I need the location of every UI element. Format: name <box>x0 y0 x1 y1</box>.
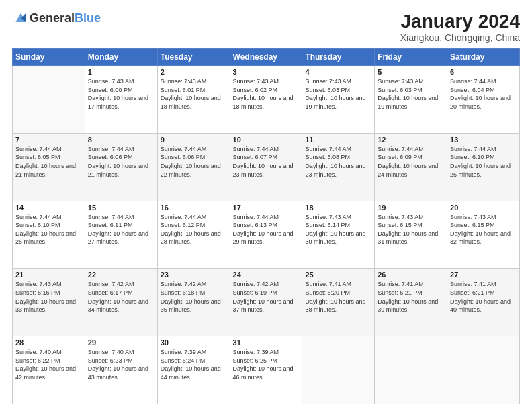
calendar-cell: 4Sunrise: 7:43 AMSunset: 6:03 PMDaylight… <box>302 66 375 134</box>
calendar-body: 1Sunrise: 7:43 AMSunset: 6:00 PMDaylight… <box>13 66 520 404</box>
col-wednesday: Wednesday <box>230 49 302 66</box>
day-info: Sunrise: 7:40 AMSunset: 6:22 PMDaylight:… <box>15 348 82 381</box>
day-info: Sunrise: 7:44 AMSunset: 6:06 PMDaylight:… <box>161 145 227 179</box>
calendar-week-row: 21Sunrise: 7:43 AMSunset: 6:16 PMDayligh… <box>13 269 520 336</box>
day-number: 20 <box>450 203 517 212</box>
day-info: Sunrise: 7:43 AMSunset: 6:00 PMDaylight:… <box>88 77 154 111</box>
calendar-cell: 1Sunrise: 7:43 AMSunset: 6:00 PMDaylight… <box>85 66 157 134</box>
day-number: 10 <box>233 136 300 144</box>
calendar-table: Sunday Monday Tuesday Wednesday Thursday… <box>12 48 520 404</box>
day-number: 4 <box>305 68 371 76</box>
calendar-cell: 2Sunrise: 7:43 AMSunset: 6:01 PMDaylight… <box>157 66 230 134</box>
day-number: 13 <box>450 136 517 144</box>
day-info: Sunrise: 7:43 AMSunset: 6:03 PMDaylight:… <box>305 77 371 111</box>
day-info: Sunrise: 7:44 AMSunset: 6:06 PMDaylight:… <box>88 145 154 179</box>
calendar-cell: 29Sunrise: 7:40 AMSunset: 6:23 PMDayligh… <box>85 336 157 404</box>
title-area: January 2024 Xiangkou, Chongqing, China <box>400 11 520 43</box>
day-number: 29 <box>88 338 154 347</box>
day-info: Sunrise: 7:41 AMSunset: 6:21 PMDaylight:… <box>378 280 444 314</box>
day-info: Sunrise: 7:43 AMSunset: 6:16 PMDaylight:… <box>15 280 82 314</box>
calendar-cell: 30Sunrise: 7:39 AMSunset: 6:24 PMDayligh… <box>157 336 230 404</box>
calendar-cell: 6Sunrise: 7:44 AMSunset: 6:04 PMDaylight… <box>447 66 520 134</box>
day-info: Sunrise: 7:44 AMSunset: 6:09 PMDaylight:… <box>378 145 444 179</box>
calendar-cell: 28Sunrise: 7:40 AMSunset: 6:22 PMDayligh… <box>13 336 85 404</box>
day-info: Sunrise: 7:43 AMSunset: 6:01 PMDaylight:… <box>161 77 227 111</box>
day-info: Sunrise: 7:43 AMSunset: 6:02 PMDaylight:… <box>233 77 300 111</box>
logo: GeneralBlue <box>12 11 101 26</box>
day-info: Sunrise: 7:42 AMSunset: 6:17 PMDaylight:… <box>88 280 154 314</box>
day-info: Sunrise: 7:41 AMSunset: 6:20 PMDaylight:… <box>305 280 371 314</box>
day-info: Sunrise: 7:43 AMSunset: 6:14 PMDaylight:… <box>305 213 371 246</box>
day-info: Sunrise: 7:44 AMSunset: 6:10 PMDaylight:… <box>450 145 517 179</box>
day-info: Sunrise: 7:44 AMSunset: 6:13 PMDaylight:… <box>233 213 300 246</box>
calendar-cell: 8Sunrise: 7:44 AMSunset: 6:06 PMDaylight… <box>85 133 157 201</box>
col-friday: Friday <box>375 49 447 66</box>
col-monday: Monday <box>85 49 157 66</box>
col-thursday: Thursday <box>302 49 375 66</box>
day-number: 17 <box>233 203 300 212</box>
day-info: Sunrise: 7:39 AMSunset: 6:24 PMDaylight:… <box>161 348 227 381</box>
calendar-cell: 15Sunrise: 7:44 AMSunset: 6:11 PMDayligh… <box>85 201 157 269</box>
calendar-cell: 26Sunrise: 7:41 AMSunset: 6:21 PMDayligh… <box>375 269 447 336</box>
day-number: 16 <box>161 203 227 212</box>
calendar-cell: 22Sunrise: 7:42 AMSunset: 6:17 PMDayligh… <box>85 269 157 336</box>
calendar-cell: 24Sunrise: 7:42 AMSunset: 6:19 PMDayligh… <box>230 269 302 336</box>
day-number: 12 <box>378 136 444 144</box>
calendar-header: Sunday Monday Tuesday Wednesday Thursday… <box>13 49 520 66</box>
calendar-cell: 13Sunrise: 7:44 AMSunset: 6:10 PMDayligh… <box>447 133 520 201</box>
col-sunday: Sunday <box>13 49 85 66</box>
calendar-cell <box>447 336 520 404</box>
day-number: 31 <box>233 338 300 347</box>
day-number: 9 <box>161 136 227 144</box>
col-saturday: Saturday <box>447 49 520 66</box>
day-number: 23 <box>161 271 227 279</box>
day-info: Sunrise: 7:42 AMSunset: 6:19 PMDaylight:… <box>233 280 300 314</box>
day-info: Sunrise: 7:43 AMSunset: 6:15 PMDaylight:… <box>378 213 444 246</box>
day-info: Sunrise: 7:44 AMSunset: 6:10 PMDaylight:… <box>15 213 82 246</box>
calendar-cell: 7Sunrise: 7:44 AMSunset: 6:05 PMDaylight… <box>13 133 85 201</box>
day-number: 3 <box>233 68 300 76</box>
calendar-cell: 12Sunrise: 7:44 AMSunset: 6:09 PMDayligh… <box>375 133 447 201</box>
day-info: Sunrise: 7:41 AMSunset: 6:21 PMDaylight:… <box>450 280 517 314</box>
logo-text: GeneralBlue <box>30 11 101 26</box>
day-number: 25 <box>305 271 371 279</box>
day-number: 19 <box>378 203 444 212</box>
day-info: Sunrise: 7:40 AMSunset: 6:23 PMDaylight:… <box>88 348 154 381</box>
day-number: 27 <box>450 271 517 279</box>
calendar-cell: 18Sunrise: 7:43 AMSunset: 6:14 PMDayligh… <box>302 201 375 269</box>
day-info: Sunrise: 7:44 AMSunset: 6:07 PMDaylight:… <box>233 145 300 179</box>
calendar-cell: 14Sunrise: 7:44 AMSunset: 6:10 PMDayligh… <box>13 201 85 269</box>
logo-icon <box>13 11 28 26</box>
calendar-week-row: 28Sunrise: 7:40 AMSunset: 6:22 PMDayligh… <box>13 336 520 404</box>
calendar-cell: 21Sunrise: 7:43 AMSunset: 6:16 PMDayligh… <box>13 269 85 336</box>
col-tuesday: Tuesday <box>157 49 230 66</box>
subtitle: Xiangkou, Chongqing, China <box>400 32 520 43</box>
day-info: Sunrise: 7:39 AMSunset: 6:25 PMDaylight:… <box>233 348 300 381</box>
day-number: 7 <box>15 136 82 144</box>
day-number: 24 <box>233 271 300 279</box>
page: GeneralBlue January 2024 Xiangkou, Chong… <box>0 0 532 411</box>
calendar-cell: 16Sunrise: 7:44 AMSunset: 6:12 PMDayligh… <box>157 201 230 269</box>
day-number: 30 <box>161 338 227 347</box>
day-number: 14 <box>15 203 82 212</box>
calendar-cell: 31Sunrise: 7:39 AMSunset: 6:25 PMDayligh… <box>230 336 302 404</box>
day-number: 5 <box>378 68 444 76</box>
calendar-cell: 9Sunrise: 7:44 AMSunset: 6:06 PMDaylight… <box>157 133 230 201</box>
calendar-cell: 19Sunrise: 7:43 AMSunset: 6:15 PMDayligh… <box>375 201 447 269</box>
day-number: 1 <box>88 68 154 76</box>
calendar-cell: 27Sunrise: 7:41 AMSunset: 6:21 PMDayligh… <box>447 269 520 336</box>
calendar-cell: 5Sunrise: 7:43 AMSunset: 6:03 PMDaylight… <box>375 66 447 134</box>
day-number: 28 <box>15 338 82 347</box>
day-number: 11 <box>305 136 371 144</box>
calendar-cell: 3Sunrise: 7:43 AMSunset: 6:02 PMDaylight… <box>230 66 302 134</box>
calendar-cell: 11Sunrise: 7:44 AMSunset: 6:08 PMDayligh… <box>302 133 375 201</box>
day-number: 6 <box>450 68 517 76</box>
day-number: 21 <box>15 271 82 279</box>
header: GeneralBlue January 2024 Xiangkou, Chong… <box>12 11 520 43</box>
calendar-cell: 25Sunrise: 7:41 AMSunset: 6:20 PMDayligh… <box>302 269 375 336</box>
day-info: Sunrise: 7:44 AMSunset: 6:04 PMDaylight:… <box>450 77 517 111</box>
calendar-cell: 10Sunrise: 7:44 AMSunset: 6:07 PMDayligh… <box>230 133 302 201</box>
header-row: Sunday Monday Tuesday Wednesday Thursday… <box>13 49 520 66</box>
day-info: Sunrise: 7:42 AMSunset: 6:18 PMDaylight:… <box>161 280 227 314</box>
main-title: January 2024 <box>400 11 520 32</box>
